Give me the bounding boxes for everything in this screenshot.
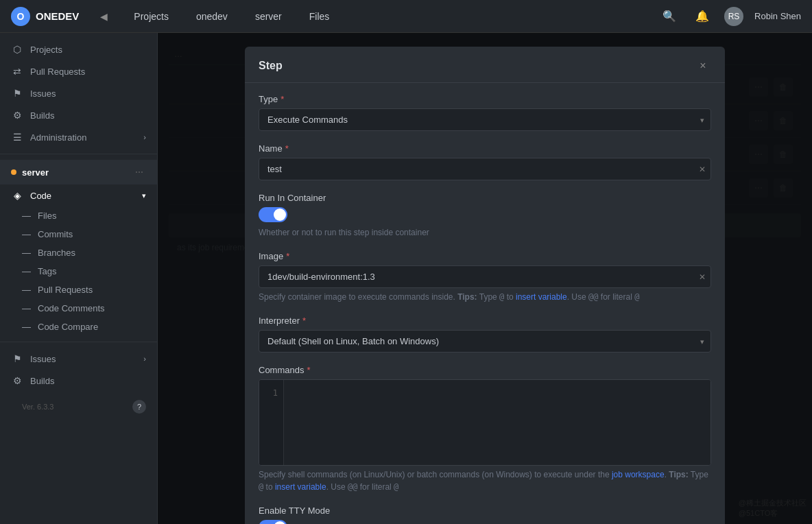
sidebar-item-builds[interactable]: ⚙ Builds [0, 104, 157, 126]
sidebar-collapse-btn[interactable]: ◀ [95, 8, 112, 25]
name-input[interactable] [259, 158, 711, 180]
enable-tty-toggle[interactable] [259, 520, 287, 524]
line-numbers: 1 [259, 380, 284, 465]
nav-files[interactable]: Files [304, 8, 335, 25]
enable-tty-toggle-row [259, 520, 711, 524]
run-in-container-hint: Whether or not to run this step inside c… [259, 226, 711, 239]
sidebar-item-label: Builds [30, 110, 54, 121]
pr-label: Pull Requests [38, 285, 93, 295]
commands-required: * [307, 365, 310, 375]
logo-icon: O [11, 7, 30, 26]
nav-projects[interactable]: Projects [128, 8, 174, 25]
version-info: Ver. 6.3.3 [11, 397, 64, 416]
projects-icon: ⬡ [11, 44, 23, 55]
interpreter-select[interactable]: Default (Shell on Linux, Batch on Window… [259, 330, 711, 353]
line-number-1: 1 [265, 387, 278, 400]
ccomp-dash: — [22, 322, 31, 332]
run-in-container-group: Run In Container Whether or not to run t… [259, 193, 711, 239]
layout: ⬡ Projects ⇄ Pull Requests ⚑ Issues ⚙ Bu… [0, 33, 812, 524]
nav-onedev[interactable]: onedev [191, 8, 233, 25]
pull-requests-icon: ⇄ [11, 66, 23, 77]
image-clear-btn[interactable]: ✕ [699, 272, 706, 282]
server-more-btn[interactable]: ⋯ [132, 165, 146, 179]
sidebar-item-label: Issues [30, 88, 56, 99]
sidebar-item-projects[interactable]: ⬡ Projects [0, 38, 157, 60]
run-in-container-label: Run In Container [259, 193, 711, 203]
modal-close-btn[interactable]: × [695, 58, 711, 74]
interpreter-field-group: Interpreter * Default (Shell on Linux, B… [259, 315, 711, 353]
image-input[interactable] [259, 265, 711, 288]
commands-textarea[interactable] [284, 380, 710, 465]
files-dash: — [22, 211, 31, 221]
modal-body: Type * Execute Commands Checkout Setup C… [245, 83, 725, 524]
administration-arrow: › [143, 133, 146, 141]
name-field-group: Name * ✕ [259, 143, 711, 180]
sidebar-sub-commits[interactable]: — Commits [0, 225, 157, 243]
sidebar-sub-tags[interactable]: — Tags [0, 262, 157, 281]
run-in-container-toggle[interactable] [259, 207, 287, 222]
sidebar-item-label: Pull Requests [30, 67, 85, 77]
name-label: Name * [259, 143, 711, 154]
sidebar-sub-branches[interactable]: — Branches [0, 243, 157, 262]
commands-hint: Specify shell commands (on Linux/Unix) o… [259, 468, 711, 493]
toggle-knob [274, 209, 286, 221]
sidebar-sub-code-comments[interactable]: — Code Comments [0, 299, 157, 318]
commands-label: Commands * [259, 365, 711, 375]
top-nav: O ONEDEV ◀ Projects onedev server Files … [0, 0, 812, 33]
server-label: server [22, 167, 49, 178]
sidebar-item-label: Issues [30, 354, 56, 364]
interpreter-label: Interpreter * [259, 315, 711, 326]
modal-header: Step × [245, 47, 725, 83]
modal-overlay: Step × Type * Execute Commands Che [158, 33, 812, 524]
ccomp-label: Code Compare [38, 322, 98, 332]
step-modal: Step × Type * Execute Commands Che [245, 47, 725, 524]
sidebar-sub-code-compare[interactable]: — Code Compare [0, 318, 157, 336]
commits-label: Commits [38, 229, 73, 239]
sidebar-item-administration[interactable]: ☰ Administration › [0, 126, 157, 148]
main-content: … ⋯ 🗑 ⋯ 🗑 ⋯ 🗑 ⋯ 🗑 + [158, 33, 812, 524]
sidebar-item-code[interactable]: ◈ Code ▾ [0, 184, 157, 206]
commands-field-group: Commands * 1 Specify shell commands (on … [259, 365, 711, 493]
issues-icon: ⚑ [11, 88, 23, 99]
server-group-header[interactable]: server ⋯ [0, 160, 157, 184]
image-required: * [286, 251, 289, 261]
sidebar-sub-files[interactable]: — Files [0, 206, 157, 225]
server-status-dot [11, 169, 16, 175]
sidebar: ⬡ Projects ⇄ Pull Requests ⚑ Issues ⚙ Bu… [0, 33, 158, 524]
sidebar-item-builds-bottom[interactable]: ⚙ Builds [0, 370, 157, 392]
builds-icon: ⚙ [11, 110, 23, 121]
issues-bottom-icon: ⚑ [11, 353, 23, 364]
type-label: Type * [259, 94, 711, 104]
cc-dash: — [22, 303, 31, 313]
type-required: * [280, 94, 284, 104]
app-name: ONEDEV [36, 10, 79, 22]
type-select[interactable]: Execute Commands Checkout Setup Cache Pu… [259, 108, 711, 131]
nav-icons: 🔍 🔔 RS Robin Shen [658, 5, 801, 27]
sidebar-sub-pull-requests[interactable]: — Pull Requests [0, 281, 157, 299]
commands-area: 1 [259, 379, 711, 466]
job-workspace-link[interactable]: job workspace [612, 470, 665, 479]
branches-label: Branches [38, 248, 75, 258]
image-hint-link[interactable]: insert variable [516, 292, 567, 302]
nav-server[interactable]: server [250, 8, 287, 25]
tags-label: Tags [38, 266, 56, 276]
interpreter-select-wrapper: Default (Shell on Linux, Batch on Window… [259, 330, 711, 353]
interpreter-required: * [302, 315, 306, 326]
name-clear-btn[interactable]: ✕ [699, 165, 706, 174]
sidebar-item-pull-requests[interactable]: ⇄ Pull Requests [0, 60, 157, 82]
tty-toggle-knob [274, 521, 286, 524]
image-input-wrapper: ✕ [259, 265, 711, 288]
enable-tty-label: Enable TTY Mode [259, 505, 711, 516]
sidebar-item-issues-bottom[interactable]: ⚑ Issues › [0, 348, 157, 370]
sidebar-item-issues[interactable]: ⚑ Issues [0, 82, 157, 104]
insert-variable-link[interactable]: insert variable [275, 482, 326, 492]
type-field-group: Type * Execute Commands Checkout Setup C… [259, 94, 711, 131]
notification-btn[interactable]: 🔔 [691, 5, 713, 27]
avatar[interactable]: RS [724, 7, 743, 26]
logo[interactable]: O ONEDEV [11, 7, 79, 26]
code-icon: ◈ [11, 190, 23, 201]
search-btn[interactable]: 🔍 [658, 5, 680, 27]
enable-tty-group: Enable TTY Mode Many commands print outp… [259, 505, 711, 524]
commits-dash: — [22, 229, 31, 239]
help-btn[interactable]: ? [132, 400, 146, 414]
